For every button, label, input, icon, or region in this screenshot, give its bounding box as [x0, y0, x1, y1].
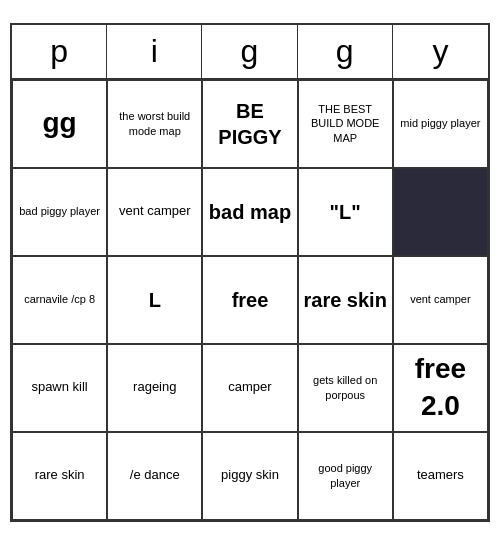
cell-2-2: free	[202, 256, 297, 344]
cell-3-1: rageing	[107, 344, 202, 432]
cell-4-2: piggy skin	[202, 432, 297, 520]
cell-2-4: vent camper	[393, 256, 488, 344]
cell-3-3: gets killed on porpous	[298, 344, 393, 432]
cell-3-0: spawn kill	[12, 344, 107, 432]
header-p: p	[12, 25, 107, 78]
cell-2-1: L	[107, 256, 202, 344]
bingo-header: p i g g y	[12, 25, 488, 80]
header-y: y	[393, 25, 488, 78]
cell-0-2: BE PIGGY	[202, 80, 297, 168]
cell-1-4	[393, 168, 488, 256]
bingo-card: p i g g y gg the worst build mode map BE…	[10, 23, 490, 522]
cell-2-3: rare skin	[298, 256, 393, 344]
cell-1-3: "L"	[298, 168, 393, 256]
cell-3-2: camper	[202, 344, 297, 432]
cell-4-1: /e dance	[107, 432, 202, 520]
cell-0-1: the worst build mode map	[107, 80, 202, 168]
cell-1-1: vent camper	[107, 168, 202, 256]
cell-4-0: rare skin	[12, 432, 107, 520]
cell-3-4: free 2.0	[393, 344, 488, 432]
header-g2: g	[298, 25, 393, 78]
bingo-grid: gg the worst build mode map BE PIGGY THE…	[12, 80, 488, 520]
cell-0-4: mid piggy player	[393, 80, 488, 168]
cell-1-0: bad piggy player	[12, 168, 107, 256]
cell-0-0: gg	[12, 80, 107, 168]
cell-0-3: THE BEST BUILD MODE MAP	[298, 80, 393, 168]
cell-4-3: good piggy player	[298, 432, 393, 520]
cell-4-4: teamers	[393, 432, 488, 520]
cell-1-2: bad map	[202, 168, 297, 256]
header-g1: g	[202, 25, 297, 78]
header-i: i	[107, 25, 202, 78]
cell-2-0: carnavile /cp 8	[12, 256, 107, 344]
